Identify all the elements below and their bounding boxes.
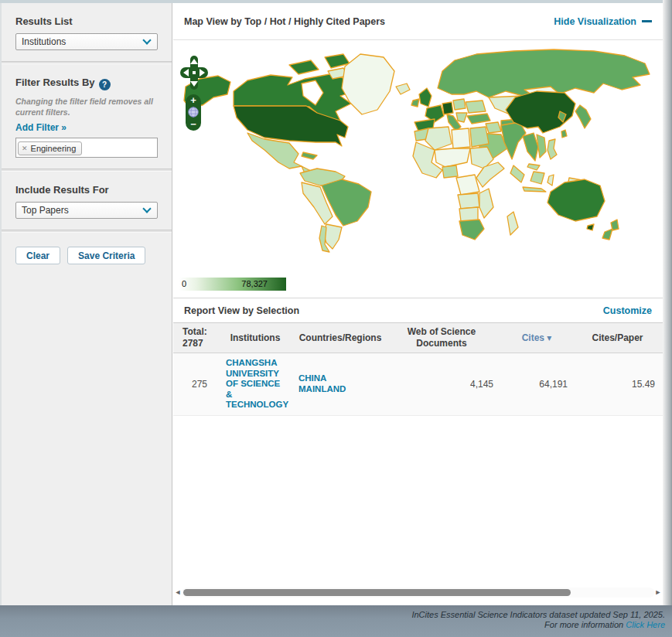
map-country-philippines[interactable] (547, 139, 557, 159)
map-country-libya[interactable] (452, 128, 470, 148)
map-color-scale: 0 78,327 (179, 278, 286, 291)
filter-results-label: Filter Results By? (15, 77, 172, 90)
include-results-value: Top Papers (16, 205, 144, 216)
map-country-malaysia[interactable] (527, 164, 540, 170)
map-country-south-africa[interactable] (459, 220, 484, 240)
map-country-ireland[interactable] (411, 99, 419, 107)
row-wos-documents: 4,145 (384, 379, 500, 390)
map-country-borneo[interactable] (530, 172, 544, 184)
save-criteria-button[interactable]: Save Criteria (67, 247, 145, 264)
viz-header: Map View by Top / Hot / Highly Cited Pap… (173, 3, 663, 40)
col-header-cites-sorted[interactable]: Cites ▾ (500, 329, 574, 347)
map-country-cuba[interactable] (302, 152, 317, 159)
globe-icon[interactable] (188, 107, 199, 118)
zoom-in-button[interactable]: + (190, 95, 196, 105)
map-country-angola[interactable] (458, 193, 479, 209)
click-here-link[interactable]: Click Here (626, 620, 665, 629)
scrollbar-thumb[interactable] (183, 589, 571, 596)
map-country-germany[interactable] (442, 102, 453, 114)
map-country-arctic1[interactable] (289, 60, 319, 74)
filter-box: ✕ Engineering (15, 138, 158, 158)
map-country-southern-africa[interactable] (459, 207, 478, 221)
map-country-drc[interactable] (456, 175, 479, 195)
institution-link[interactable]: CHANGSHA UNIVERSITY OF SCIENCE & TECHNOL… (213, 358, 297, 410)
map-country-sulawesi[interactable] (547, 175, 554, 186)
pan-center-icon (193, 71, 196, 74)
map-country-nigeria[interactable] (442, 165, 458, 178)
results-list-label: Results List (15, 15, 172, 27)
map-country-algeria[interactable] (425, 127, 452, 150)
pan-control[interactable] (180, 56, 208, 90)
map-country-tasmania[interactable] (587, 224, 594, 230)
map-country-iceland[interactable] (396, 83, 410, 94)
remove-tag-icon[interactable]: ✕ (22, 145, 28, 152)
map-country-australia[interactable] (547, 179, 605, 221)
zoom-control[interactable]: + − (186, 94, 201, 131)
col-header-cites-per-paper[interactable]: Cites/Paper (574, 329, 661, 347)
map-country-balkans[interactable] (456, 113, 467, 122)
map-country-iraq[interactable] (486, 122, 501, 133)
map-country-poland[interactable] (453, 99, 466, 110)
map-country-turkey[interactable] (467, 114, 490, 124)
map-country-taiwan[interactable] (561, 130, 567, 138)
col-header-institutions[interactable]: Institutions (213, 329, 297, 347)
map-country-japan[interactable] (575, 105, 591, 128)
filter-note: Changing the filter field removes all cu… (15, 97, 159, 118)
table-row: 275 CHANGSHA UNIVERSITY OF SCIENCE & TEC… (173, 353, 663, 416)
add-filter-link[interactable]: Add Filter » (15, 122, 172, 133)
sort-desc-icon: ▾ (547, 332, 551, 343)
map-country-sahel[interactable] (435, 148, 470, 167)
scroll-left-icon[interactable]: ◄ (174, 588, 182, 596)
hide-visualization-link[interactable]: Hide Visualization (554, 16, 652, 27)
col-header-wos-documents[interactable]: Web of Science Documents (384, 323, 500, 353)
section-divider (2, 61, 172, 64)
map-country-india[interactable] (501, 122, 526, 159)
map-country-egypt[interactable] (470, 127, 489, 147)
footer-dataset-note: InCites Essential Science Indicators dat… (0, 610, 665, 620)
row-cites-per-paper: 15.49 (574, 379, 661, 390)
scrollbar-track[interactable] (182, 588, 654, 598)
country-link[interactable]: CHINA MAINLAND (297, 373, 384, 394)
map-country-java[interactable] (523, 187, 546, 192)
footer-more-info-text: For more information (544, 620, 623, 629)
map-country-vietnam[interactable] (537, 135, 546, 158)
clear-button[interactable]: Clear (15, 247, 60, 264)
hide-visualization-label: Hide Visualization (554, 16, 636, 27)
help-icon[interactable]: ? (99, 79, 111, 90)
viz-title: Map View by Top / Hot / Highly Cited Pap… (184, 16, 385, 27)
horizontal-scrollbar[interactable]: ◄ ► (174, 585, 662, 599)
world-map-area[interactable]: + − (173, 40, 663, 272)
map-country-sumatra[interactable] (510, 165, 524, 182)
map-country-mozambique[interactable] (479, 189, 493, 218)
table-header-row: Total:2787 Institutions Countries/Region… (173, 323, 663, 353)
include-results-label: Include Results For (15, 184, 172, 196)
esi-page: Results List Institutions Filter Results… (0, 0, 672, 637)
include-results-select[interactable]: Top Papers (15, 202, 158, 219)
map-country-madagascar[interactable] (507, 212, 518, 235)
map-country-uk[interactable] (419, 88, 432, 107)
map-country-nz-south[interactable] (602, 229, 612, 240)
cites-label: Cites (522, 332, 544, 343)
row-rank: 275 (173, 379, 213, 390)
customize-link[interactable]: Customize (603, 305, 652, 316)
scroll-right-icon[interactable]: ► (654, 588, 662, 596)
map-country-ukraine[interactable] (466, 100, 486, 113)
map-country-myanmar[interactable] (523, 133, 538, 161)
chevron-down-icon (142, 205, 151, 213)
world-map (173, 40, 663, 272)
total-value: 2787 (182, 338, 203, 349)
legend-min-label: 0 (182, 279, 186, 288)
col-header-countries[interactable]: Countries/Regions (297, 329, 384, 347)
report-header: Report View by Selection Customize (173, 298, 663, 323)
main-panel: Map View by Top / Hot / Highly Cited Pap… (173, 3, 663, 605)
map-legend-strip: 0 78,327 (173, 272, 663, 298)
filter-results-label-text: Filter Results By (15, 77, 95, 88)
footer: InCites Essential Science Indicators dat… (0, 605, 672, 637)
results-list-value: Institutions (16, 36, 144, 47)
zoom-out-button[interactable]: − (190, 119, 196, 129)
results-list-select[interactable]: Institutions (15, 33, 158, 50)
footer-more-info: For more information Click Here (0, 620, 665, 630)
map-country-greenland[interactable] (342, 54, 394, 114)
filter-tag-engineering[interactable]: ✕ Engineering (18, 141, 82, 155)
chevron-down-icon (142, 36, 151, 44)
